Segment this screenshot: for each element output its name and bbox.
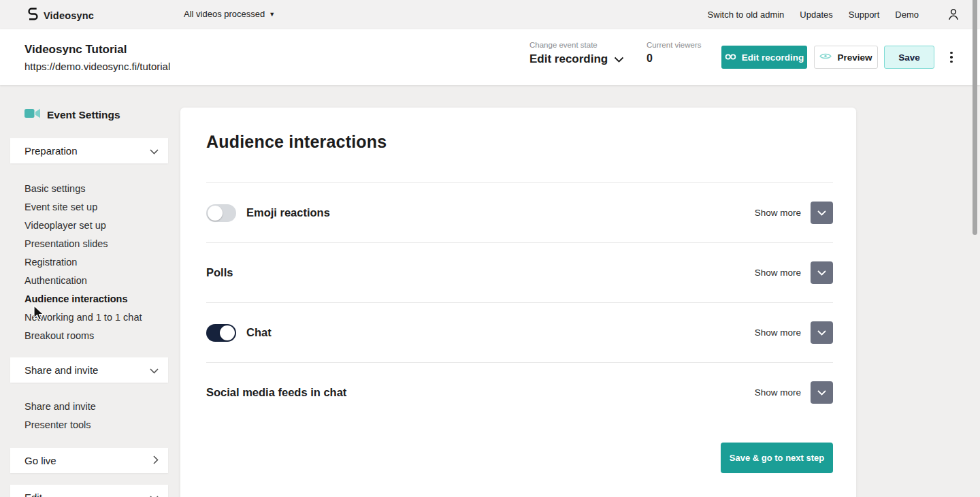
row-chat: Chat Show more [206, 302, 833, 362]
preview-label: Preview [837, 52, 872, 63]
infinity-record-icon [725, 52, 736, 63]
event-state-select[interactable]: Edit recording [529, 52, 624, 66]
video-camera-icon [24, 108, 40, 121]
sidebar-section-go-live[interactable]: Go live [10, 448, 168, 473]
row-label: Social media feeds in chat [206, 386, 346, 399]
event-state-label: Change event state [529, 41, 624, 49]
expand-button[interactable] [811, 321, 833, 344]
row-social-media-feeds: Social media feeds in chat Show more [206, 362, 833, 422]
event-state-value: Edit recording [529, 52, 608, 66]
sidebar-section-share-and-invite[interactable]: Share and invite [10, 357, 168, 383]
event-title-block: Videosync Tutorial https://demo.videosyn… [24, 43, 170, 72]
emoji-reactions-toggle[interactable] [206, 204, 236, 222]
expand-button[interactable] [811, 202, 833, 224]
video-status-dropdown[interactable]: All videos processed ▼ [184, 9, 275, 19]
audience-interactions-panel: Audience interactions Emoji reactions Sh… [180, 108, 856, 497]
preview-button[interactable]: Preview [814, 46, 878, 69]
page-scrollbar[interactable] [973, 0, 977, 235]
row-emoji-reactions: Emoji reactions Show more [206, 182, 833, 242]
link-updates[interactable]: Updates [800, 10, 832, 20]
chevron-down-icon [150, 145, 159, 157]
row-label: Emoji reactions [246, 206, 330, 219]
chevron-down-icon [817, 208, 826, 218]
save-next-step-button[interactable]: Save & go to next step [721, 443, 833, 473]
current-viewers: Current viewers 0 [647, 41, 702, 65]
save-label: Save [898, 52, 920, 63]
show-more-link[interactable]: Show more [755, 208, 801, 218]
sidebar-item-authentication[interactable]: Authentication [24, 272, 142, 290]
video-status-label: All videos processed [184, 9, 265, 19]
sidebar-item-audience-interactions[interactable]: Audience interactions [24, 290, 142, 308]
person-icon[interactable] [946, 7, 961, 25]
chevron-down-icon [817, 387, 826, 398]
sidebar-section-edit[interactable]: Edit [10, 485, 168, 497]
row-label: Chat [246, 326, 272, 339]
row-label: Polls [206, 266, 233, 279]
event-header: Videosync Tutorial https://demo.videosyn… [0, 29, 980, 85]
sidebar-item-presentation-slides[interactable]: Presentation slides [24, 235, 142, 253]
feature-rows: Emoji reactions Show more Polls Show mor… [206, 182, 833, 422]
section-label: Edit [24, 492, 42, 497]
link-switch-old-admin[interactable]: Switch to old admin [708, 10, 785, 20]
edit-recording-label: Edit recording [742, 52, 804, 63]
event-url[interactable]: https://demo.videosync.fi/tutorial [24, 61, 170, 72]
page-title: Audience interactions [206, 132, 387, 152]
edit-recording-button[interactable]: Edit recording [721, 46, 807, 69]
chat-toggle[interactable] [206, 324, 236, 342]
kebab-menu-icon[interactable] [947, 46, 956, 69]
section-label: Go live [24, 455, 56, 466]
top-bar: Videosync All videos processed ▼ Switch … [0, 0, 980, 29]
show-more-link[interactable]: Show more [755, 387, 801, 398]
section-label: Preparation [24, 145, 78, 157]
sidebar-section-preparation[interactable]: Preparation [10, 138, 168, 163]
videosync-admin-app: Videosync All videos processed ▼ Switch … [0, 0, 980, 497]
chevron-down-icon [150, 364, 159, 376]
chevron-right-icon [153, 455, 159, 466]
section-label: Share and invite [24, 364, 98, 376]
sidebar-item-videoplayer-set-up[interactable]: Videoplayer set up [24, 217, 142, 235]
sidebar-item-share-and-invite[interactable]: Share and invite [24, 398, 96, 416]
chevron-down-icon [150, 492, 159, 497]
sidebar-title-label: Event Settings [47, 109, 120, 121]
caret-down-icon: ▼ [269, 11, 275, 18]
current-viewers-count: 0 [647, 52, 702, 65]
link-support[interactable]: Support [849, 10, 880, 20]
brand-name: Videosync [44, 10, 94, 21]
chevron-down-icon [614, 52, 624, 66]
event-state-control: Change event state Edit recording [529, 41, 624, 66]
save-button[interactable]: Save [884, 46, 934, 69]
show-more-link[interactable]: Show more [755, 268, 801, 278]
share-invite-items: Share and invite Presenter tools [24, 398, 96, 434]
topbar-links: Switch to old admin Updates Support Demo [708, 10, 919, 20]
chevron-down-icon [817, 268, 826, 278]
brand[interactable]: Videosync [27, 7, 94, 24]
current-viewers-label: Current viewers [647, 41, 702, 49]
expand-button[interactable] [811, 261, 833, 284]
eye-icon [819, 52, 832, 63]
sidebar-item-networking-1to1-chat[interactable]: Networking and 1 to 1 chat [24, 308, 142, 327]
sidebar-item-breakout-rooms[interactable]: Breakout rooms [24, 327, 142, 345]
videosync-logo-icon [27, 7, 39, 24]
sidebar-title: Event Settings [24, 108, 120, 121]
row-polls: Polls Show more [206, 242, 833, 302]
preparation-items: Basic settings Event site set up Videopl… [24, 180, 142, 345]
sidebar-item-presenter-tools[interactable]: Presenter tools [24, 416, 96, 434]
show-more-link[interactable]: Show more [755, 327, 801, 338]
expand-button[interactable] [811, 381, 833, 404]
chevron-down-icon [817, 327, 826, 338]
link-demo[interactable]: Demo [895, 10, 919, 20]
sidebar-item-basic-settings[interactable]: Basic settings [24, 180, 142, 198]
event-title: Videosync Tutorial [24, 43, 170, 57]
sidebar-item-registration[interactable]: Registration [24, 253, 142, 272]
sidebar-item-event-site-set-up[interactable]: Event site set up [24, 198, 142, 217]
